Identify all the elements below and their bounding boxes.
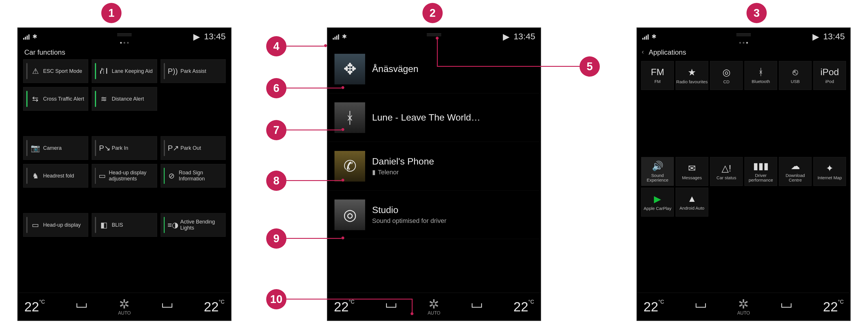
subtitle: ▮Telenor <box>372 169 434 176</box>
tile-label: Park Out <box>181 145 201 151</box>
seat-left-icon[interactable]: ⏘ <box>695 300 707 313</box>
abl-icon: ≡◑ <box>167 221 177 230</box>
park-icon: P)) <box>168 67 178 76</box>
drag-handle-icon[interactable] <box>427 33 441 37</box>
app-label: Radio favourites <box>676 79 707 85</box>
drvperf-icon: ▮▮▮ <box>753 160 769 171</box>
temp-left[interactable]: 22°C <box>334 299 354 315</box>
back-icon[interactable]: ‹ <box>642 48 644 56</box>
status-bar-indicator <box>26 63 28 79</box>
nav-icon: ✥ <box>335 54 365 85</box>
battery-icon: ▮ <box>372 169 376 176</box>
blis-icon: ◧ <box>99 221 109 230</box>
callout-5: 5 <box>580 56 600 77</box>
title: Ånäsvägen <box>372 64 418 74</box>
fan-button[interactable]: ✲AUTO <box>118 298 131 316</box>
tile-label: Head-up display adjustments <box>109 170 154 182</box>
callout-8: 8 <box>266 171 286 191</box>
phone-icon: ✆ <box>335 151 365 182</box>
app-msg[interactable]: ✉Messages <box>676 157 708 186</box>
seat-left-icon[interactable]: ⏘ <box>76 300 87 313</box>
callout-3: 3 <box>746 3 767 23</box>
callout-1: 1 <box>101 3 122 23</box>
temp-left[interactable]: 22°C <box>24 299 45 315</box>
function-tile[interactable]: ⛙Lane Keeping Aid <box>92 59 157 83</box>
app-label: Driver performance <box>745 173 777 183</box>
temp-left[interactable]: 22°C <box>644 299 664 315</box>
status-bar: ✱ ▶ 13:45 <box>18 28 231 45</box>
function-tile[interactable]: ≋Distance Alert <box>92 87 157 111</box>
rsi-icon: ⊘ <box>167 171 176 181</box>
app-label: Download Centre <box>779 173 811 183</box>
app-fm[interactable]: FMFM <box>641 61 674 90</box>
ipod-icon: iPod <box>820 67 839 77</box>
app-drvperf[interactable]: ▮▮▮Driver performance <box>744 157 777 186</box>
home-tile-sound[interactable]: ◎StudioSound optimised for driver <box>328 191 540 239</box>
drag-handle-icon[interactable] <box>117 33 132 37</box>
fan-button[interactable]: ✲AUTO <box>428 298 440 316</box>
function-tile[interactable]: P↘Park In <box>92 136 157 160</box>
hud-icon: ▭ <box>99 171 106 181</box>
seat-left-icon[interactable]: ⏘ <box>385 300 397 313</box>
function-tile[interactable]: ≡◑Active Bending Lights <box>161 213 226 237</box>
carplay-icon: ▶ <box>654 193 661 204</box>
function-tile[interactable]: P↗Park Out <box>161 136 226 160</box>
app-favr[interactable]: ★Radio favourites <box>676 61 708 90</box>
dlc-icon: ☁ <box>791 160 800 171</box>
app-label: Messages <box>682 175 702 181</box>
app-label: FM <box>654 79 661 84</box>
title: Lune - Leave The World… <box>372 112 480 123</box>
home-tile-phone[interactable]: ✆Daniel's Phone▮Telenor <box>328 142 540 191</box>
leader-7 <box>286 130 341 130</box>
tile-label: Active Bending Lights <box>180 219 222 231</box>
aauto-icon: ▲ <box>687 193 697 204</box>
app-sound[interactable]: 🔊Sound Experience <box>641 157 674 186</box>
app-label: USB <box>791 79 800 84</box>
temp-right[interactable]: 22°C <box>514 299 534 315</box>
app-aauto[interactable]: ▲Android Auto <box>676 188 708 217</box>
seat-right-icon[interactable]: ⏘ <box>471 300 483 313</box>
function-tile[interactable]: ◧BLIS <box>92 213 157 237</box>
seat-right-icon[interactable]: ⏘ <box>161 300 173 313</box>
temp-right[interactable]: 22°C <box>823 299 844 315</box>
leader-8 <box>286 180 341 181</box>
function-tile[interactable]: ♞Headrest fold <box>23 164 88 188</box>
function-tile[interactable]: ▭Head-up display <box>23 213 88 237</box>
fan-button[interactable]: ✲AUTO <box>737 298 750 316</box>
fm-icon: FM <box>651 67 664 77</box>
app-ipod[interactable]: iPodiPod <box>813 61 846 90</box>
status-bar-indicator <box>26 168 28 184</box>
bluetooth-icon: ✱ <box>342 33 347 40</box>
play-icon: ▶ <box>503 32 509 42</box>
app-status[interactable]: △!Car status <box>710 157 743 186</box>
temp-right[interactable]: 22°C <box>204 299 224 315</box>
function-tile[interactable]: ⚠ESC Sport Mode <box>23 59 88 83</box>
climate-bar[interactable]: 22°C ⏘ ✲AUTO ⏘ 22°C <box>328 293 540 320</box>
home-list: ✥ÅnäsvägenᚼLune - Leave The World…✆Danie… <box>328 45 540 293</box>
function-tile[interactable]: ▭Head-up display adjustments <box>92 164 157 188</box>
home-tile-bt[interactable]: ᚼLune - Leave The World… <box>328 93 540 142</box>
cd-icon: ◎ <box>722 67 731 78</box>
tile-label: Distance Alert <box>112 96 144 102</box>
title: Studio <box>372 205 446 216</box>
app-bt[interactable]: ᚼBluetooth <box>744 61 777 90</box>
app-imap[interactable]: ✦Internet Map <box>813 157 846 186</box>
callout-4: 4 <box>266 36 286 56</box>
callout-10: 10 <box>266 289 286 309</box>
app-dlc[interactable]: ☁Download Centre <box>779 157 812 186</box>
subtitle: Sound optimised for driver <box>372 217 446 225</box>
seat-right-icon[interactable]: ⏘ <box>781 300 792 313</box>
function-tile[interactable]: ⊘Road Sign Information <box>161 164 226 188</box>
function-tile[interactable]: P))Park Assist <box>161 59 226 83</box>
app-usb[interactable]: ⎋USB <box>779 61 812 90</box>
drag-handle-icon[interactable] <box>736 33 751 37</box>
function-tile[interactable]: ⇆Cross Traffic Alert <box>23 87 88 111</box>
climate-bar[interactable]: 22°C ⏘ ✲AUTO ⏘ 22°C <box>18 293 231 320</box>
climate-bar[interactable]: 22°C ⏘ ✲AUTO ⏘ 22°C <box>637 293 850 320</box>
app-cd[interactable]: ◎CD <box>710 61 743 90</box>
app-carplay[interactable]: ▶Apple CarPlay <box>641 188 674 217</box>
favr-icon: ★ <box>688 67 696 78</box>
function-tile[interactable]: 📷Camera <box>23 136 88 160</box>
status-bar-indicator <box>164 63 165 79</box>
home-tile-nav[interactable]: ✥Ånäsvägen <box>328 45 540 93</box>
